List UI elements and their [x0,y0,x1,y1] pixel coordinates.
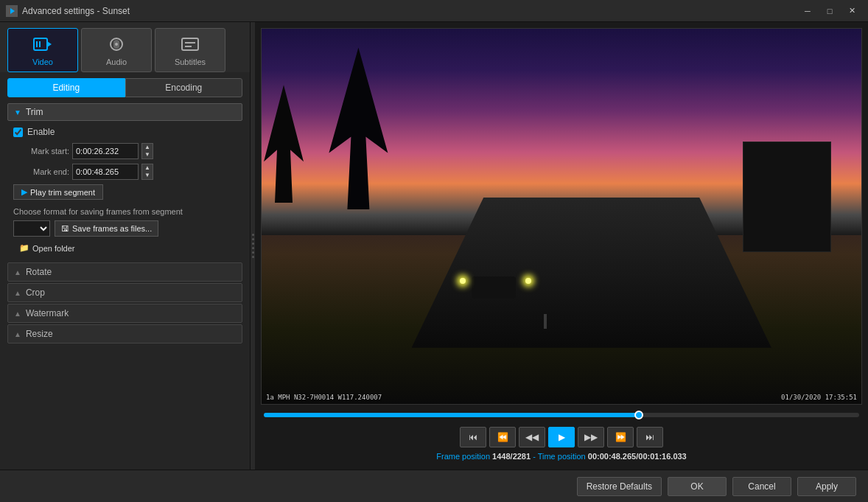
folder-icon: 📁 [19,243,29,253]
svg-point-7 [115,43,118,46]
tab-subtitles[interactable]: Subtitles [155,28,225,72]
crop-arrow-icon: ▲ [14,289,21,297]
controls-bar: ⏮ ⏪ ◀◀ ▶ ▶▶ ⏩ ⏭ [261,422,862,452]
trim-section-body: Enable Mark start: ▲ ▼ Mark end: ▲ ▼ [7,122,242,262]
next-fast-button[interactable]: ⏩ [607,427,634,447]
minimize-button[interactable]: ─ [797,3,818,19]
time-total-val: 00:01:16.033 [638,452,686,461]
format-dropdown[interactable] [13,220,50,237]
progress-thumb[interactable] [634,411,643,419]
app-icon [6,5,18,17]
next-fast-icon: ⏩ [615,432,626,442]
mark-end-spinner[interactable]: ▲ ▼ [141,164,153,180]
svg-rect-8 [182,38,198,50]
mark-end-down[interactable]: ▼ [142,172,153,179]
tab-video-label: Video [32,57,53,66]
sub-tab-encoding[interactable]: Encoding [125,78,243,97]
tab-audio-label: Audio [106,57,127,66]
apply-button[interactable]: Apply [797,477,856,496]
play-button[interactable]: ▶ [548,427,575,447]
left-panel: Video Audio Subtitles [0,22,251,470]
save-frames-label: Save frames as files... [72,224,152,233]
window-title: Advanced settings - Sunset [22,6,797,16]
close-button[interactable]: ✕ [841,3,862,19]
format-row: 🖫 Save frames as files... [13,220,239,237]
enable-label: Enable [27,127,55,137]
mark-end-label: Mark end: [10,167,69,176]
bottom-bar: Restore Defaults OK Cancel Apply [0,470,868,502]
sub-tabs: Editing Encoding [7,78,242,97]
resize-section-header[interactable]: ▲ Resize [7,324,242,344]
sections-panel: ▼ Trim Enable Mark start: ▲ ▼ Mark [0,103,250,470]
headlight-left [460,278,466,284]
first-frame-button[interactable]: ⏮ [460,427,486,447]
sub-tab-editing[interactable]: Editing [7,78,125,97]
play-trim-label: Play trim segment [30,188,95,197]
progress-fill [264,413,639,417]
next-slow-icon: ▶▶ [584,432,598,442]
frame-current-val: 1448 [492,452,510,461]
window-controls: ─ □ ✕ [797,3,862,19]
time-position-label: Time position [538,452,586,461]
trim-arrow-icon: ▼ [14,108,21,116]
watermark-arrow-icon: ▲ [14,310,21,318]
prev-slow-button[interactable]: ◀◀ [519,427,545,447]
mark-end-up[interactable]: ▲ [142,164,153,172]
first-frame-icon: ⏮ [469,432,477,442]
crop-section-header[interactable]: ▲ Crop [7,283,242,302]
save-frames-button[interactable]: 🖫 Save frames as files... [55,220,158,237]
progress-bar-container [261,408,862,422]
prev-slow-icon: ◀◀ [525,432,539,442]
main-content: Video Audio Subtitles [0,22,868,470]
cancel-button[interactable]: Cancel [732,477,791,496]
restore-defaults-button[interactable]: Restore Defaults [577,477,662,496]
tab-video[interactable]: Video [7,28,78,72]
progress-track[interactable] [264,413,859,417]
mark-end-input[interactable] [72,164,139,180]
mark-start-input[interactable] [72,143,139,159]
next-slow-button[interactable]: ▶▶ [578,427,604,447]
road-marking [544,314,547,329]
mark-start-spinner[interactable]: ▲ ▼ [141,143,153,159]
rotate-label: Rotate [26,267,52,277]
car-silhouette [472,276,516,299]
open-folder-button[interactable]: 📁 Open folder [13,241,80,255]
frame-position-bar: Frame position 1448/2281 - Time position… [261,452,862,464]
watermark-label: Watermark [26,308,69,318]
ok-button[interactable]: OK [668,477,727,496]
icon-tabs: Video Audio Subtitles [0,22,250,72]
prev-fast-button[interactable]: ⏪ [489,427,516,447]
watermark-section-header[interactable]: ▲ Watermark [7,304,242,323]
mark-end-row: Mark end: ▲ ▼ [10,164,239,180]
building-right [743,142,831,252]
video-background [262,29,861,404]
frame-position-label: Frame position [436,452,490,461]
svg-marker-3 [47,41,52,47]
titlebar: Advanced settings - Sunset ─ □ ✕ [0,0,868,22]
play-trim-icon: ▶ [21,187,27,197]
prev-fast-icon: ⏪ [497,432,508,442]
tab-audio[interactable]: Audio [81,28,152,72]
frame-total-val: 2281 [513,452,531,461]
open-folder-label: Open folder [32,244,74,253]
trim-section-header[interactable]: ▼ Trim [7,103,242,121]
mark-start-down[interactable]: ▼ [142,151,153,158]
last-frame-icon: ⏭ [645,432,654,442]
time-current-val: 00:00:48.265 [588,452,636,461]
mark-start-row: Mark start: ▲ ▼ [10,143,239,159]
video-overlay-left: 1a MPH N32-7H0014 W117.240007 [266,394,382,401]
resize-label: Resize [26,329,53,339]
mark-start-label: Mark start: [10,147,69,156]
mark-start-up[interactable]: ▲ [142,144,153,151]
right-panel: 1a MPH N32-7H0014 W117.240007 01/30/2020… [255,22,868,470]
tab-subtitles-label: Subtitles [175,57,206,66]
enable-checkbox[interactable] [13,128,23,137]
format-label: Choose format for saving frames from seg… [13,207,239,216]
trim-label: Trim [26,107,43,117]
maximize-button[interactable]: □ [819,3,840,19]
video-overlay-right: 01/30/2020 17:35:51 [781,394,857,401]
play-trim-button[interactable]: ▶ Play trim segment [13,184,103,200]
last-frame-button[interactable]: ⏭ [637,427,663,447]
rotate-section-header[interactable]: ▲ Rotate [7,262,242,282]
format-section: Choose format for saving frames from seg… [10,207,239,255]
